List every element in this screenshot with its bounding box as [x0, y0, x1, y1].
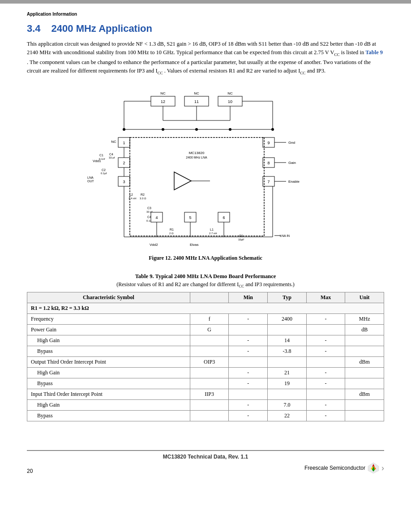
sym-cell: [190, 368, 229, 378]
table-row: High Gain - 21 -: [27, 368, 384, 378]
min-cell: [229, 325, 268, 335]
char-cell: Frequency: [27, 314, 190, 325]
data-table: Characteristic Symbol Min Typ Max Unit R…: [27, 292, 384, 421]
max-cell: -: [306, 368, 345, 378]
typ-cell: 21: [268, 368, 307, 378]
unit-cell: dB: [345, 325, 384, 335]
max-cell: -: [306, 378, 345, 389]
max-cell: -: [306, 314, 345, 325]
unit-cell: [345, 368, 384, 378]
min-cell: [229, 389, 268, 400]
sym-cell: [190, 400, 229, 411]
char-cell: High Gain: [27, 335, 190, 346]
th-characteristic: Characteristic Symbol: [27, 292, 190, 303]
th-max: Max: [306, 292, 345, 303]
typ-cell: 14: [268, 335, 307, 346]
char-cell: Bypass: [27, 378, 190, 389]
char-cell: High Gain: [27, 400, 190, 411]
svg-text:0.1nf: 0.1nf: [99, 158, 105, 160]
th-min: Min: [229, 292, 268, 303]
sym-cell: OIP3: [190, 357, 229, 368]
footer-title: MC13820 Technical Data, Rev. 1.1: [163, 454, 248, 460]
freescale-logo: Freescale Semiconductor ›: [304, 462, 384, 474]
r-row: R1 = 1.2 kΩ, R2 = 3.3 kΩ: [27, 303, 384, 314]
svg-text:2 Ω: 2 Ω: [169, 232, 174, 235]
svg-text:C4: C4: [109, 153, 113, 156]
max-cell: -: [306, 335, 345, 346]
sym-cell: IIP3: [190, 389, 229, 400]
unit-cell: [345, 411, 384, 421]
r-row-cell: R1 = 1.2 kΩ, R2 = 3.3 kΩ: [27, 303, 384, 314]
svg-text:R2: R2: [141, 193, 145, 196]
typ-cell: [268, 389, 307, 400]
svg-text:12: 12: [161, 99, 165, 104]
svg-text:8: 8: [267, 161, 270, 165]
th-unit: Unit: [345, 292, 384, 303]
company-name: Freescale Semiconductor: [304, 465, 365, 471]
svg-text:3: 3: [123, 180, 125, 184]
section-title: 2400 MHz Application: [51, 23, 152, 34]
svg-text:Elvas: Elvas: [190, 243, 199, 247]
svg-text:1: 1: [123, 141, 125, 145]
page-bottom: 20 Freescale Semiconductor ›: [0, 460, 411, 476]
svg-text:NC: NC: [227, 91, 233, 95]
typ-cell: [268, 325, 307, 335]
typ-cell: [268, 357, 307, 368]
svg-text:11: 11: [194, 99, 199, 104]
svg-text:33 pf: 33 pf: [109, 156, 115, 159]
svg-text:OUT: OUT: [87, 180, 94, 183]
svg-text:7: 7: [267, 180, 270, 184]
min-cell: [229, 357, 268, 368]
schematic-svg: NC NC NC 12 11 10: [76, 85, 335, 255]
th-symbol: [190, 292, 229, 303]
table-row: Input Third Order Intercept Point IIP3 d…: [27, 389, 384, 400]
unit-cell: [345, 378, 384, 389]
table-ref: Table 9: [365, 49, 383, 56]
typ-cell: 2400: [268, 314, 307, 325]
char-cell: Output Third Order Intercept Point: [27, 357, 190, 368]
table-row: Bypass - -3.8 -: [27, 346, 384, 357]
table-header-row: Characteristic Symbol Min Typ Max Unit: [27, 292, 384, 303]
footer-center: MC13820 Technical Data, Rev. 1.1: [0, 451, 411, 460]
svg-text:2400 MHz LNA: 2400 MHz LNA: [186, 156, 207, 159]
char-cell: Input Third Order Intercept Point: [27, 389, 190, 400]
sym-cell: G: [190, 325, 229, 335]
page-number: 20: [27, 468, 33, 474]
top-bar: [0, 0, 411, 4]
svg-point-87: [123, 128, 125, 131]
unit-cell: [345, 335, 384, 346]
sym-cell: [190, 346, 229, 357]
typ-cell: 7.0: [268, 400, 307, 411]
char-cell: Bypass: [27, 411, 190, 421]
svg-text:2.7 nH: 2.7 nH: [209, 232, 217, 235]
svg-text:6: 6: [223, 215, 225, 220]
max-cell: [306, 389, 345, 400]
min-cell: -: [229, 346, 268, 357]
table-row: Bypass - 22 -: [27, 411, 384, 421]
typ-cell: 19: [268, 378, 307, 389]
app-info-label: Application Information: [27, 12, 384, 17]
min-cell: -: [229, 368, 268, 378]
page: Application Information 3.4 2400 MHz App…: [0, 0, 411, 532]
table-row: High Gain - 7.0 -: [27, 400, 384, 411]
min-cell: -: [229, 378, 268, 389]
max-cell: -: [306, 346, 345, 357]
intro-paragraph: This application circuit was designed to…: [27, 40, 384, 77]
unit-cell: [345, 346, 384, 357]
sym-cell: f: [190, 314, 229, 325]
svg-text:Gnd: Gnd: [288, 141, 295, 145]
svg-text:Gain: Gain: [288, 161, 296, 165]
svg-text:C3: C3: [147, 206, 151, 210]
sym-cell: [190, 378, 229, 389]
table-row: Frequency f - 2400 - MHz: [27, 314, 384, 325]
svg-text:4: 4: [155, 215, 158, 220]
min-cell: -: [229, 314, 268, 325]
svg-point-85: [195, 128, 198, 131]
schematic-area: NC NC NC 12 11 10: [27, 85, 384, 270]
unit-cell: dBm: [345, 389, 384, 400]
svg-text:NC: NC: [111, 140, 116, 144]
max-cell: -: [306, 411, 345, 421]
section-number: 3.4: [27, 23, 41, 34]
min-cell: -: [229, 411, 268, 421]
svg-rect-0: [76, 85, 335, 255]
